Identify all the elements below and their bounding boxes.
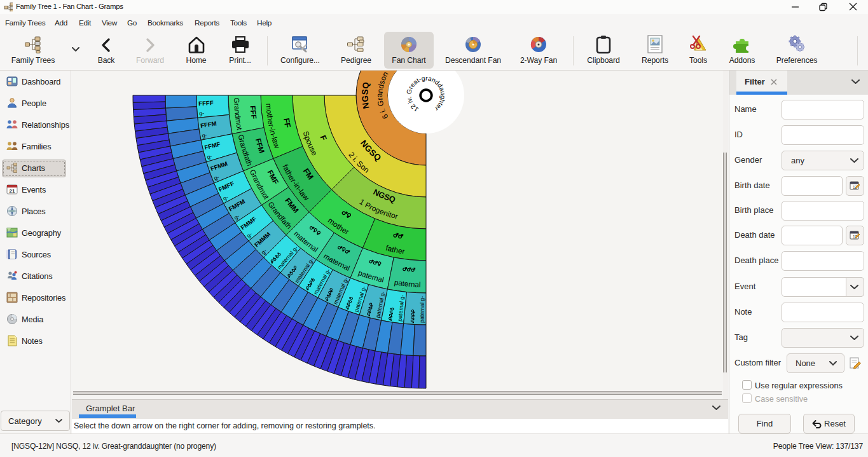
svg-text:paternal g-: paternal g-: [418, 296, 425, 323]
svg-text:FFF: FFF: [249, 106, 258, 119]
svg-text:21: 21: [10, 188, 15, 194]
svg-text:FFFF: FFFF: [198, 99, 214, 107]
svg-text:g-: g-: [199, 110, 205, 117]
